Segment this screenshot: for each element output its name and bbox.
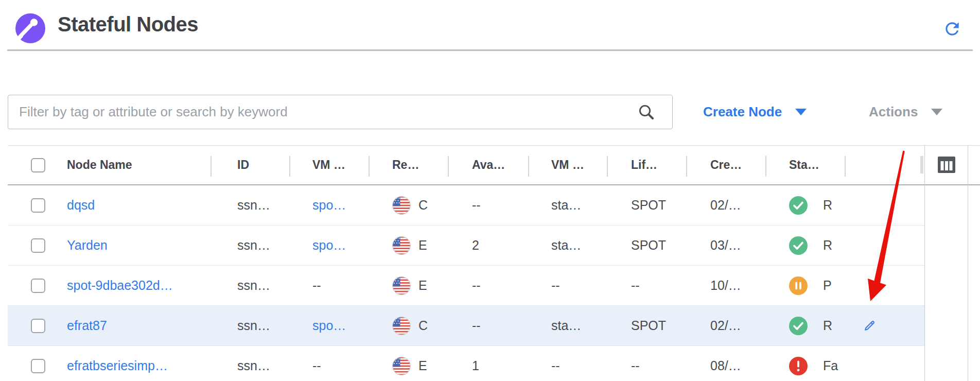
lifecycle-value: -- [631,346,640,381]
column-separator [448,156,449,177]
create-node-label: Create Node [703,104,782,120]
us-flag-icon [392,357,411,375]
status-running-icon [789,317,808,335]
vm-link[interactable]: spo… [312,306,346,345]
column-separator [686,156,687,177]
vm-status-value: -- [551,346,560,381]
header-divider [7,49,973,51]
vm-empty: -- [312,266,321,305]
filter-input[interactable] [8,95,673,129]
created-date: 02/… [710,185,741,225]
region-label: E [418,358,427,373]
us-flag-icon [392,196,411,215]
node-name-link[interactable]: efrat87 [67,306,107,345]
vm-status-value: sta… [551,185,581,225]
region-label: C [418,198,428,213]
region-label: E [418,238,427,253]
vm-link[interactable]: spo… [312,226,346,265]
row-checkbox[interactable] [31,359,45,373]
table-row: dqsd ssn… spo… [8,185,924,226]
node-name-link[interactable]: spot-9dbae302d… [67,266,173,305]
edit-node-button[interactable] [863,306,877,345]
column-separator [289,156,290,177]
lifecycle-value: SPOT [631,306,666,345]
column-header-region[interactable]: Re… [392,146,419,184]
refresh-icon [942,19,962,39]
vm-empty: -- [312,346,321,381]
chevron-down-icon [795,109,807,115]
node-id: ssn… [237,226,270,265]
stateful-nodes-page: Stateful Nodes Create Node Actions Node … [0,0,980,381]
table-row: spot-9dbae302d… ssn… -- [8,266,924,306]
table-header: Node Name ID VM … Re… Ava… VM … Lif… Cre… [8,145,980,185]
actions-button[interactable]: Actions [869,95,942,129]
column-separator [369,156,370,177]
status-label: Fa [823,358,838,373]
table-gutter-border-right [968,145,968,381]
node-name-link[interactable]: dqsd [67,185,95,225]
node-name-link[interactable]: Yarden [67,226,108,265]
us-flag-icon [392,276,411,295]
availability-value: 2 [472,226,479,265]
lifecycle-value: -- [631,266,640,305]
lifecycle-value: SPOT [631,185,666,225]
chevron-down-icon [931,109,942,115]
created-date: 03/… [710,226,741,265]
status-label: R [823,238,832,253]
table-row: Yarden ssn… spo… [8,226,924,266]
node-id: ssn… [237,185,270,225]
top-bar: Stateful Nodes [0,0,980,50]
status-label: R [823,198,832,213]
status-failed-icon [789,357,808,375]
actions-label: Actions [869,104,918,120]
row-checkbox[interactable] [31,279,45,293]
table-row: efratbseriesimp… ssn… -- [8,346,924,381]
status-running-icon [789,236,808,255]
search-icon[interactable] [637,103,655,121]
availability-value: -- [472,266,481,305]
column-header-status[interactable]: Sta… [789,146,819,184]
column-header-vm[interactable]: VM … [312,146,345,184]
row-checkbox[interactable] [31,238,45,253]
column-header-id[interactable]: ID [237,146,249,184]
column-resize-handle[interactable] [920,156,923,174]
column-header-lifecycle[interactable]: Lif… [631,146,657,184]
spot-comet-logo-icon [15,13,45,43]
column-header-availability[interactable]: Ava… [472,146,505,184]
column-separator [765,156,766,177]
node-id: ssn… [237,306,270,345]
select-all-checkbox[interactable] [31,158,45,172]
created-date: 10/… [710,266,741,305]
column-separator [211,156,212,177]
vm-status-value: sta… [551,306,581,345]
refresh-button[interactable] [941,18,964,40]
vm-status-value: sta… [551,226,581,265]
vm-status-value: -- [551,266,560,305]
status-label: R [823,318,832,333]
region-label: C [418,318,428,333]
node-id: ssn… [237,346,270,381]
create-node-button[interactable]: Create Node [703,95,807,129]
column-header-created[interactable]: Cre… [710,146,742,184]
table-row-selected: efrat87 ssn… spo… [8,306,924,346]
columns-picker-icon[interactable] [938,157,955,173]
column-separator [607,156,608,177]
us-flag-icon [392,317,411,335]
created-date: 08/… [710,346,741,381]
status-paused-icon [789,276,808,295]
node-name-link[interactable]: efratbseriesimp… [67,346,168,381]
node-id: ssn… [237,266,270,305]
availability-value: -- [472,306,481,345]
created-date: 02/… [710,306,741,345]
row-checkbox[interactable] [31,319,45,333]
column-header-node-name[interactable]: Node Name [67,146,132,184]
row-checkbox[interactable] [31,198,45,213]
table-gutter-border-left [924,145,925,381]
availability-value: -- [472,185,481,225]
column-header-vm-status[interactable]: VM … [551,146,584,184]
status-label: P [823,278,832,293]
column-separator [528,156,529,177]
vm-link[interactable]: spo… [312,185,346,225]
region-label: E [418,278,427,293]
edit-pencil-icon [863,319,877,333]
